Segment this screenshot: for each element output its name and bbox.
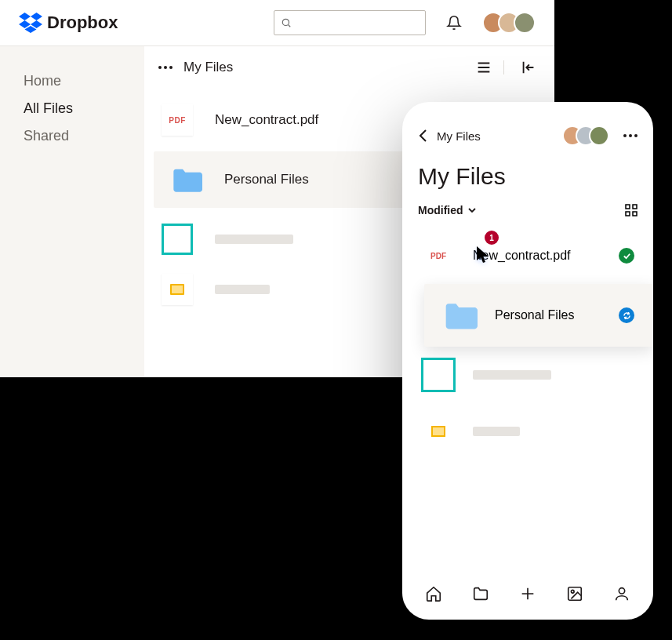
collapse-panel-icon[interactable] (520, 59, 537, 76)
content-header: My Files (144, 46, 554, 89)
sort-dropdown[interactable]: Modified (418, 204, 476, 216)
collaborator-avatars[interactable] (569, 125, 609, 146)
file-name: Personal Files (224, 172, 309, 187)
brand-logo[interactable]: Dropbox (19, 13, 118, 33)
sidebar-item-home[interactable]: Home (24, 73, 121, 89)
notifications-icon[interactable] (446, 15, 462, 31)
drag-count-badge: 1 (485, 231, 499, 245)
chevron-down-icon (468, 208, 476, 213)
file-name-placeholder (215, 235, 293, 244)
svg-rect-3 (626, 212, 630, 216)
status-synced-icon (619, 248, 634, 264)
image-thumbnail (421, 358, 456, 392)
slides-icon (421, 414, 456, 449)
file-row[interactable]: PDF New_contract.pdf (402, 227, 653, 284)
photos-tab-icon[interactable] (566, 585, 583, 602)
add-tab-icon[interactable] (519, 585, 536, 602)
file-name: New_contract.pdf (473, 249, 601, 263)
mobile-window: My Files My Files Modified PDF New_contr… (402, 102, 653, 620)
svg-point-6 (571, 590, 574, 593)
folder-icon (171, 164, 202, 195)
file-row[interactable] (402, 347, 653, 403)
mouse-cursor: 1 (477, 246, 491, 267)
more-menu-icon[interactable] (158, 66, 173, 69)
search-input[interactable] (274, 10, 426, 35)
file-row[interactable] (402, 403, 653, 460)
image-thumbnail (162, 224, 193, 255)
menu-icon[interactable] (475, 59, 492, 76)
avatar (589, 125, 609, 146)
app-header: Dropbox (0, 0, 554, 46)
slides-icon (162, 274, 193, 305)
pdf-icon: PDF (421, 238, 456, 273)
brand-name: Dropbox (47, 13, 118, 33)
sidebar: Home All Files Shared (0, 46, 144, 377)
more-menu-icon[interactable] (623, 134, 637, 137)
file-name: New_contract.pdf (215, 112, 318, 128)
dropbox-icon (19, 13, 42, 33)
avatar (514, 12, 536, 34)
mobile-tabbar (402, 573, 653, 620)
files-tab-icon[interactable] (472, 585, 489, 602)
mobile-header: My Files (402, 125, 653, 146)
collaborator-avatars[interactable] (482, 12, 536, 34)
grid-view-icon[interactable] (625, 204, 637, 216)
account-tab-icon[interactable] (613, 585, 630, 602)
status-syncing-icon (619, 307, 634, 323)
file-row-folder[interactable]: Personal Files (424, 284, 653, 347)
sidebar-item-all-files[interactable]: All Files (24, 100, 121, 117)
breadcrumb[interactable]: My Files (183, 60, 233, 75)
pdf-icon: PDF (162, 104, 193, 136)
file-name-placeholder (473, 427, 520, 436)
file-name-placeholder (473, 370, 551, 380)
svg-point-7 (619, 588, 624, 594)
breadcrumb[interactable]: My Files (437, 129, 481, 143)
page-title: My Files (402, 146, 653, 198)
svg-rect-1 (626, 205, 630, 209)
file-name-placeholder (215, 285, 270, 294)
svg-point-0 (282, 19, 289, 25)
back-icon[interactable] (418, 129, 427, 143)
mobile-file-list: PDF New_contract.pdf Personal Files (402, 227, 653, 573)
home-tab-icon[interactable] (425, 585, 442, 602)
svg-rect-4 (633, 212, 637, 216)
search-icon (281, 17, 292, 28)
sidebar-item-shared[interactable]: Shared (24, 128, 121, 144)
sort-bar: Modified (402, 198, 653, 227)
folder-icon (443, 298, 478, 333)
file-name: Personal Files (495, 308, 601, 322)
svg-rect-2 (633, 205, 637, 209)
